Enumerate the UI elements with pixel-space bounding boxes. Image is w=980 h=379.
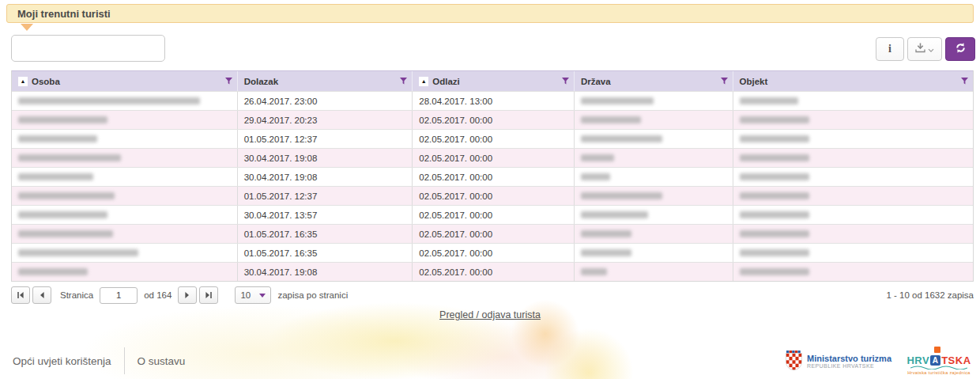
column-header-osoba[interactable]: ▲ Osoba [12,71,238,91]
sort-asc-icon: ▲ [419,77,428,86]
cell-osoba[interactable] [12,130,238,148]
cell-odlazi: 02.05.2017. 00:00 [413,168,575,186]
cell-objekt[interactable] [733,206,973,224]
column-header-dolazak[interactable]: Dolazak [238,71,413,91]
cell-drzava [575,92,733,110]
filter-icon[interactable] [400,78,407,85]
terms-link[interactable]: Opći uvjeti korištenja [0,355,124,367]
cell-objekt[interactable] [733,111,973,129]
table-body: 26.04.2017. 23:00 28.04.2017. 13:00 29.0… [12,91,973,281]
last-page-button[interactable] [199,286,218,304]
last-page-icon [205,291,213,299]
cell-osoba[interactable] [12,244,238,262]
redacted-person-name [18,173,93,180]
table-row[interactable]: 01.05.2017. 16:35 02.05.2017. 00:00 [12,224,973,243]
table-row[interactable]: 01.05.2017. 12:37 02.05.2017. 00:00 [12,186,973,205]
redacted-object [740,116,809,123]
table-row[interactable]: 29.04.2017. 20:23 02.05.2017. 00:00 [12,110,973,129]
cell-osoba[interactable] [12,111,238,129]
cell-objekt[interactable] [733,92,973,110]
cell-odlazi: 02.05.2017. 00:00 [413,187,575,205]
table-row[interactable]: 01.05.2017. 16:35 02.05.2017. 00:00 [12,243,973,262]
dropdown-arrow-icon [259,294,266,298]
cell-dolazak: 01.05.2017. 12:37 [238,130,413,148]
redacted-object [740,211,809,218]
table-row[interactable]: 01.05.2017. 12:37 02.05.2017. 00:00 [12,129,973,148]
per-page-label: zapisa po stranici [277,290,348,300]
tourist-overview-link[interactable]: Pregled / odjava turista [439,309,541,320]
redacted-country [581,173,610,180]
table-row[interactable]: 26.04.2017. 23:00 28.04.2017. 13:00 [12,91,973,110]
redacted-country [581,192,662,199]
redacted-person-name [18,249,138,256]
redacted-object [740,173,809,180]
cell-objekt[interactable] [733,149,973,167]
redacted-object [740,97,798,104]
next-page-icon [183,291,191,299]
cell-osoba[interactable] [12,149,238,167]
cell-objekt[interactable] [733,187,973,205]
tourists-table: ▲ Osoba Dolazak ▲ Odlazi Država Objekt 2… [11,70,974,282]
cell-drzava [575,130,733,148]
cell-odlazi: 02.05.2017. 00:00 [413,130,575,148]
hrvatska-wordmark: HRVATSKA [906,354,971,366]
chevron-down-icon [928,42,934,56]
cell-dolazak: 29.04.2017. 20:23 [238,111,413,129]
filter-icon[interactable] [961,78,968,85]
previous-page-button[interactable] [32,286,51,304]
cell-dolazak: 30.04.2017. 19:08 [238,149,413,167]
next-page-button[interactable] [178,286,197,304]
filter-icon[interactable] [721,78,728,85]
cell-objekt[interactable] [733,168,973,186]
cell-osoba[interactable] [12,206,238,224]
table-row[interactable]: 30.04.2017. 19:08 02.05.2017. 00:00 [12,167,973,186]
cell-dolazak: 01.05.2017. 16:35 [238,244,413,262]
cell-odlazi: 02.05.2017. 00:00 [413,111,575,129]
page-number-input[interactable] [100,287,138,304]
cell-odlazi: 28.04.2017. 13:00 [413,92,575,110]
cell-osoba[interactable] [12,92,238,110]
cell-objekt[interactable] [733,263,973,281]
page-size-value: 10 [240,290,251,300]
redacted-person-name [18,230,113,237]
page-size-select[interactable]: 10 [235,286,271,304]
redacted-person-name [18,154,121,161]
footer-links: Opći uvjeti korištenja O sustavu [0,343,198,379]
filter-icon[interactable] [225,78,232,85]
cell-drzava [575,263,733,281]
cell-osoba[interactable] [12,225,238,243]
column-label: Objekt [740,77,768,86]
redacted-object [740,249,809,256]
action-link-wrap: Pregled / odjava turista [0,307,980,321]
record-range-info: 1 - 10 od 1632 zapisa [886,290,974,300]
table-row[interactable]: 30.04.2017. 13:57 02.05.2017. 00:00 [12,205,973,224]
redacted-object [740,154,809,161]
cell-osoba[interactable] [12,263,238,281]
cell-objekt[interactable] [733,244,973,262]
refresh-button[interactable] [945,37,975,61]
cell-odlazi: 02.05.2017. 00:00 [413,225,575,243]
table-row[interactable]: 30.04.2017. 19:08 02.05.2017. 00:00 [12,262,973,281]
cell-dolazak: 30.04.2017. 13:57 [238,206,413,224]
first-page-button[interactable] [11,286,30,304]
info-button[interactable]: i [876,37,904,61]
cell-odlazi: 02.05.2017. 00:00 [413,244,575,262]
cell-osoba[interactable] [12,187,238,205]
column-header-odlazi[interactable]: ▲ Odlazi [413,71,575,91]
filter-icon[interactable] [562,78,569,85]
redacted-person-name [18,268,88,275]
cell-osoba[interactable] [12,168,238,186]
cell-objekt[interactable] [733,130,973,148]
cell-dolazak: 01.05.2017. 12:37 [238,187,413,205]
table-row[interactable]: 30.04.2017. 19:08 02.05.2017. 00:00 [12,148,973,167]
cell-objekt[interactable] [733,225,973,243]
export-button[interactable] [907,37,942,61]
page-title-bar: Moji trenutni turisti [6,4,974,23]
footer: Opći uvjeti korištenja O sustavu [0,343,980,379]
redacted-country [581,97,654,104]
cell-drzava [575,206,733,224]
column-header-drzava[interactable]: Država [575,71,733,91]
about-link[interactable]: O sustavu [125,355,198,367]
search-input[interactable] [11,35,165,62]
column-header-objekt[interactable]: Objekt [733,71,973,91]
